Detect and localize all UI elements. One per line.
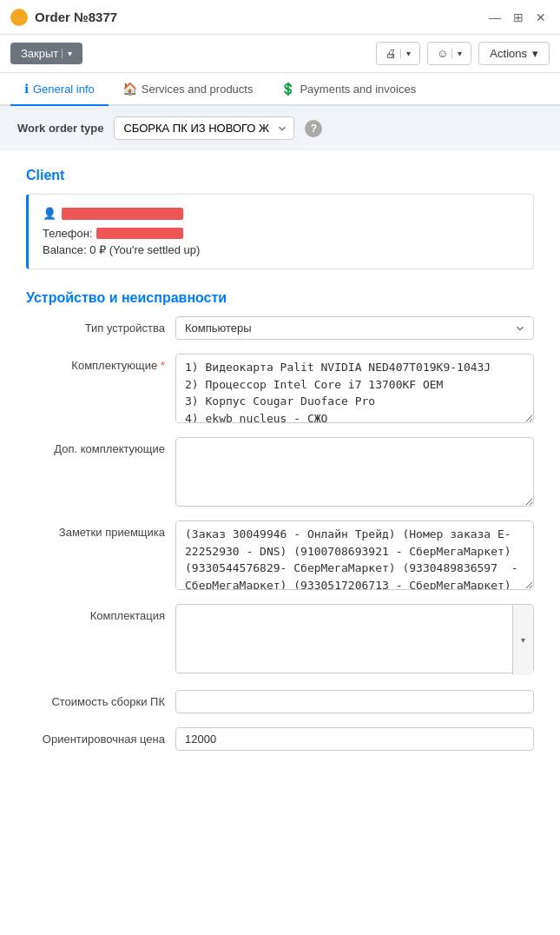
person-icon: 👤 (43, 207, 56, 220)
grid-button[interactable]: ⊞ (510, 9, 527, 26)
work-order-label: Work order type (17, 122, 103, 135)
window-title: Order №8377 (35, 10, 485, 24)
client-card: 👤 Телефон: Balance: 0 ₽ (You're settled … (26, 194, 534, 269)
main-content: Client 👤 Телефон: Balance: 0 ₽ (You're s… (0, 150, 560, 782)
client-name (62, 208, 183, 220)
notes-textarea[interactable] (175, 521, 534, 590)
emoji-button[interactable]: ☺ ▾ (427, 42, 471, 65)
tab-general-label: General info (33, 83, 95, 96)
components-textarea[interactable] (175, 354, 534, 423)
client-phone-row: Телефон: (43, 227, 519, 240)
configuration-dropdown-button[interactable]: ▾ (512, 605, 533, 675)
configuration-textarea[interactable] (175, 604, 534, 673)
help-icon[interactable]: ? (305, 120, 322, 137)
work-order-bar: Work order type СБОРКА ПК ИЗ НОВОГО Ж ? (0, 106, 560, 150)
notes-label: Заметки приемщика (26, 521, 165, 539)
extra-components-label: Доп. комплектующие (26, 437, 165, 455)
tabs-bar: ℹ General info 🏠 Services and products 💲… (0, 73, 560, 106)
actions-caret-icon: ▾ (532, 47, 538, 60)
device-type-select-wrapper: Компьютеры (175, 316, 534, 340)
extra-components-textarea[interactable] (175, 437, 534, 507)
estimated-price-row: Ориентировочная цена (26, 727, 534, 751)
close-button-label: Закрыт (21, 47, 58, 60)
estimated-price-input[interactable] (175, 727, 534, 751)
tab-general[interactable]: ℹ General info (10, 73, 109, 106)
print-button[interactable]: 🖨 ▾ (376, 42, 420, 65)
device-type-label: Тип устройства (26, 316, 165, 335)
client-name-row: 👤 (43, 207, 519, 220)
client-phone (96, 228, 183, 239)
actions-label: Actions (490, 47, 527, 60)
assembly-cost-input[interactable] (175, 690, 534, 713)
actions-button[interactable]: Actions ▾ (478, 42, 550, 65)
device-type-row: Тип устройства Компьютеры (26, 316, 534, 340)
house-icon: 🏠 (122, 82, 137, 96)
tab-payments-label: Payments and invoices (300, 83, 416, 96)
configuration-label: Комплектация (26, 604, 165, 622)
components-label: Комплектующие * (26, 354, 165, 372)
device-section: Устройство и неисправности Тип устройств… (26, 290, 534, 751)
info-icon: ℹ (24, 82, 29, 96)
app-icon (10, 9, 28, 26)
window-controls: — ⊞ ✕ (485, 9, 550, 26)
assembly-cost-row: Стоимость сборки ПК (26, 690, 534, 713)
components-row: Комплектующие * (26, 354, 534, 423)
minimize-button[interactable]: — (485, 9, 504, 26)
tab-payments[interactable]: 💲 Payments and invoices (267, 73, 430, 106)
required-indicator: * (161, 359, 165, 372)
tab-services[interactable]: 🏠 Services and products (109, 73, 267, 106)
emoji-caret-icon[interactable]: ▾ (451, 49, 462, 58)
device-section-title: Устройство и неисправности (26, 290, 534, 306)
assembly-cost-label: Стоимость сборки ПК (26, 690, 165, 708)
dollar-icon: 💲 (280, 82, 295, 96)
extra-components-row: Доп. комплектующие (26, 437, 534, 507)
configuration-row: Комплектация ▾ (26, 604, 534, 676)
close-button[interactable]: Закрыт ▾ (10, 43, 82, 64)
device-type-select[interactable]: Компьютеры (175, 316, 534, 340)
phone-label: Телефон: (43, 227, 93, 240)
close-caret-icon[interactable]: ▾ (62, 49, 72, 58)
print-caret-icon[interactable]: ▾ (400, 49, 411, 58)
estimated-price-label: Ориентировочная цена (26, 727, 165, 746)
printer-icon: 🖨 (385, 47, 397, 60)
smiley-icon: ☺ (437, 47, 448, 60)
notes-row: Заметки приемщика (26, 521, 534, 590)
client-section-title: Client (26, 168, 534, 183)
close-window-button[interactable]: ✕ (532, 9, 550, 26)
title-bar: Order №8377 — ⊞ ✕ (0, 0, 560, 35)
toolbar: Закрыт ▾ 🖨 ▾ ☺ ▾ Actions ▾ (0, 35, 560, 73)
tab-services-label: Services and products (142, 83, 254, 96)
work-order-select[interactable]: СБОРКА ПК ИЗ НОВОГО Ж (114, 116, 294, 140)
client-balance: Balance: 0 ₽ (You're settled up) (43, 243, 519, 256)
